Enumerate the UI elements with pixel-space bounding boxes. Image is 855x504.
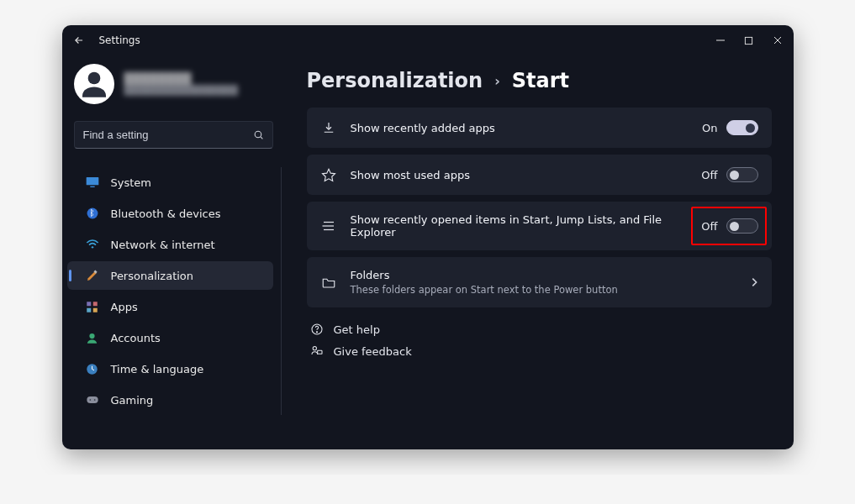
setting-title: Show recently added apps (351, 122, 689, 134)
nav-item-personalization[interactable]: Personalization (67, 261, 273, 290)
nav-item-bluetooth[interactable]: Bluetooth & devices (67, 199, 273, 228)
maximize-button[interactable] (743, 34, 755, 46)
search-icon (253, 129, 264, 140)
nav-label: Time & language (111, 363, 204, 375)
svg-point-5 (255, 131, 261, 138)
paintbrush-icon (86, 269, 99, 282)
main-content: Personalization › Start Show recently ad… (285, 55, 794, 449)
setting-recently-added[interactable]: Show recently added apps On (307, 108, 772, 148)
svg-rect-8 (90, 186, 94, 187)
settings-window: Settings ████████ ████████████████ (62, 25, 794, 449)
svg-rect-18 (87, 396, 98, 403)
sidebar: ████████ ████████████████ System (62, 55, 285, 449)
folder-icon (320, 274, 337, 291)
gaming-icon (86, 393, 99, 407)
help-label: Get help (334, 323, 380, 336)
give-feedback-link[interactable]: Give feedback (307, 344, 772, 358)
svg-rect-14 (87, 307, 91, 312)
nav-label: Network & internet (111, 239, 215, 251)
toggle-state-label: Off (701, 169, 717, 181)
nav-item-network[interactable]: Network & internet (67, 230, 273, 259)
toggle-state-label: On (702, 122, 717, 134)
svg-point-16 (89, 333, 94, 338)
svg-rect-1 (745, 37, 752, 44)
svg-point-26 (316, 332, 317, 333)
nav-label: Gaming (111, 394, 154, 407)
svg-rect-7 (86, 177, 98, 185)
toggle-most-used[interactable] (726, 167, 758, 182)
window-title: Settings (99, 34, 140, 46)
nav-label: Bluetooth & devices (111, 207, 221, 220)
bluetooth-icon (86, 207, 99, 220)
minimize-button[interactable] (715, 34, 726, 46)
nav-label: Accounts (111, 332, 161, 344)
toggle-recent-items[interactable] (726, 218, 758, 234)
svg-line-6 (260, 137, 261, 139)
breadcrumb-separator: › (494, 73, 500, 89)
nav-label: System (111, 176, 151, 189)
nav: System Bluetooth & devices Network & int… (62, 167, 282, 415)
feedback-icon (310, 344, 324, 358)
download-icon (320, 119, 337, 136)
titlebar: Settings (62, 25, 794, 55)
breadcrumb: Personalization › Start (307, 69, 772, 92)
profile-text: ████████ ████████████████ (124, 72, 238, 96)
chevron-right-icon (750, 276, 758, 288)
svg-point-9 (87, 208, 98, 219)
svg-rect-13 (93, 302, 98, 306)
breadcrumb-parent[interactable]: Personalization (307, 69, 483, 92)
svg-marker-21 (322, 169, 335, 181)
breadcrumb-current: Start (512, 69, 569, 92)
svg-point-27 (313, 347, 316, 350)
wifi-icon (86, 238, 99, 251)
setting-most-used[interactable]: Show most used apps Off (307, 155, 772, 195)
feedback-label: Give feedback (334, 345, 412, 358)
nav-label: Personalization (111, 270, 194, 282)
svg-point-19 (89, 399, 91, 401)
toggle-recently-added[interactable] (726, 120, 758, 135)
system-icon (86, 176, 99, 189)
profile-block[interactable]: ████████ ████████████████ (62, 62, 285, 116)
nav-item-apps[interactable]: Apps (67, 292, 273, 321)
star-icon (320, 166, 337, 183)
svg-point-20 (93, 399, 95, 401)
avatar (74, 64, 114, 104)
accounts-icon (86, 331, 99, 344)
svg-rect-12 (87, 302, 91, 306)
clock-globe-icon (86, 362, 99, 375)
apps-icon (86, 300, 99, 313)
list-icon (320, 218, 337, 234)
nav-label: Apps (111, 301, 138, 313)
back-button[interactable] (72, 34, 86, 47)
get-help-link[interactable]: Get help (307, 323, 772, 336)
setting-title: Show recently opened items in Start, Jum… (351, 213, 689, 239)
nav-item-time-language[interactable]: Time & language (67, 354, 273, 383)
toggle-state-label: Off (701, 220, 717, 233)
nav-item-accounts[interactable]: Accounts (67, 323, 273, 352)
help-icon (310, 323, 324, 336)
profile-sub: ████████████████ (124, 85, 238, 96)
close-button[interactable] (772, 34, 784, 46)
nav-item-gaming[interactable]: Gaming (67, 386, 273, 414)
setting-title: Show most used apps (351, 169, 689, 181)
search-input[interactable] (83, 129, 246, 141)
svg-rect-15 (93, 307, 98, 312)
svg-rect-28 (317, 350, 321, 354)
setting-title: Folders (351, 269, 736, 281)
setting-recent-items[interactable]: Show recently opened items in Start, Jum… (307, 202, 772, 250)
svg-point-4 (87, 72, 100, 85)
svg-point-10 (91, 246, 92, 248)
setting-folders[interactable]: Folders These folders appear on Start ne… (307, 257, 772, 307)
window-controls (715, 34, 784, 46)
setting-subtitle: These folders appear on Start next to th… (351, 284, 736, 296)
search-box[interactable] (74, 121, 273, 149)
profile-name: ████████ (124, 72, 238, 85)
nav-item-system[interactable]: System (67, 168, 273, 197)
